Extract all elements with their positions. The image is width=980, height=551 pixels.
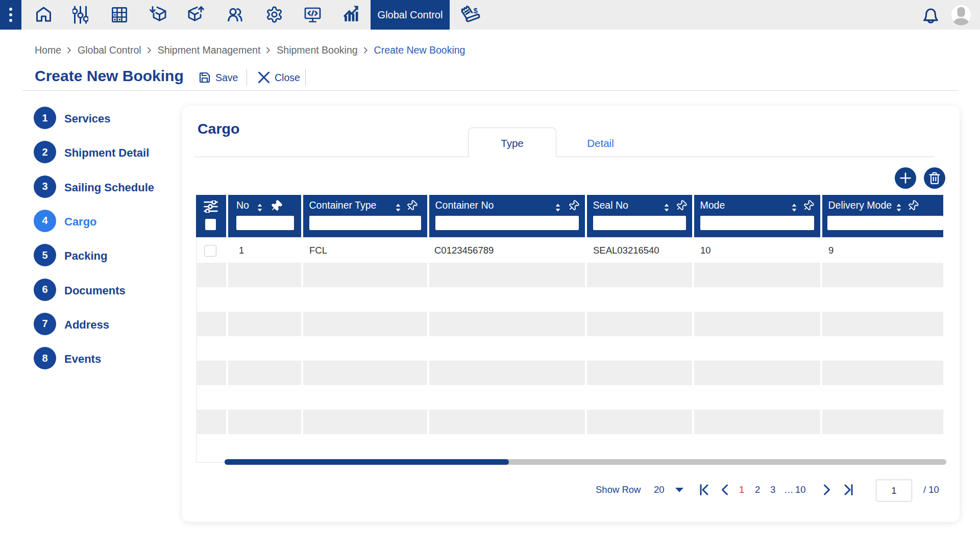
svg-text:$: $ [474, 6, 478, 15]
